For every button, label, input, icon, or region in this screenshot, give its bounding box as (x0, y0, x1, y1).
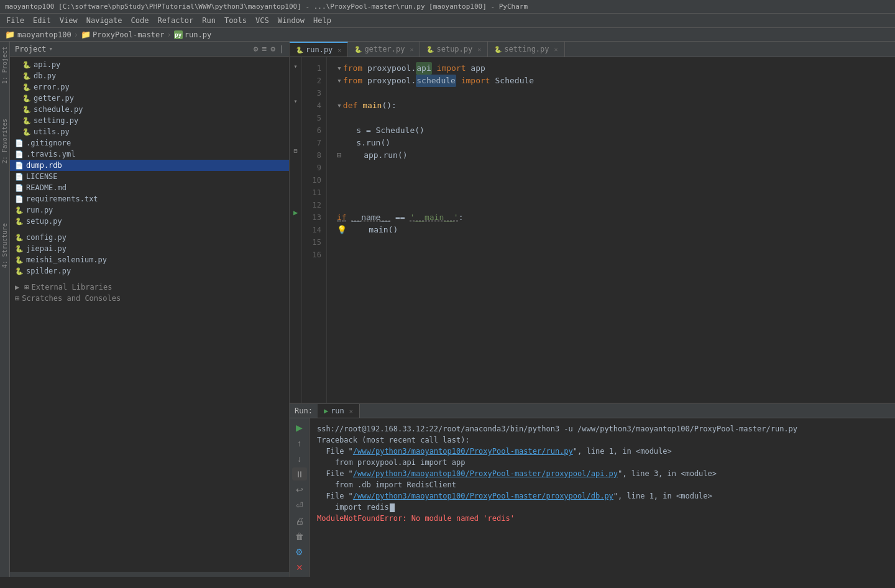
settings-icon[interactable]: ⚙ (270, 44, 275, 53)
tree-item-license[interactable]: 📄 LICENSE (10, 171, 289, 182)
menu-item-view[interactable]: View (56, 15, 81, 26)
ln-8: 8 (307, 149, 321, 162)
tab-setup-py[interactable]: 🐍 setup.py ✕ (420, 42, 488, 57)
run-link-2[interactable]: /www/python3/maoyantop100/ProxyPool-mast… (353, 469, 618, 478)
rerun-down-button[interactable]: ↓ (292, 452, 307, 465)
ln-6: 6 (307, 124, 321, 137)
tab-getter-close[interactable]: ✕ (410, 46, 413, 53)
run-button[interactable]: ▶ (292, 421, 307, 434)
fold-1[interactable]: ▾ (290, 57, 301, 70)
tree-item-jiepai[interactable]: 🐍 jiepai.py (10, 243, 289, 254)
menu-item-vcs[interactable]: VCS (252, 15, 273, 26)
file-label-jiepai: jiepai.py (26, 244, 67, 253)
sync-icon[interactable]: ⚙ (254, 44, 259, 53)
sidebar-tab-structure[interactable]: 4: Structure (0, 218, 9, 273)
ln-12: 12 (307, 199, 321, 211)
tab-setting-close[interactable]: ✕ (554, 46, 558, 53)
mod-proxypool-2: proxypool. (367, 75, 416, 87)
tree-item-meishi[interactable]: 🐍 meishi_selenium.py (10, 254, 289, 265)
menu-item-help[interactable]: Help (310, 15, 335, 26)
run-tab-run[interactable]: ▶ run ✕ (318, 404, 360, 418)
code-content[interactable]: ▾ from proxypool.api import app ▾ from p… (327, 57, 895, 403)
run-indicator-13[interactable]: ▶ (290, 206, 301, 219)
project-dropdown-icon[interactable]: ▾ (49, 45, 53, 53)
kw-if: if (337, 211, 347, 224)
code-line-4: ▾ def main (): (337, 99, 885, 112)
main-area: 1: Project 2: Favorites 4: Structure Pro… (0, 42, 895, 577)
code-space (362, 62, 367, 75)
code-line-14: 💡 main() (337, 224, 885, 236)
file-label-gitignore: .gitignore (26, 139, 71, 147)
close-run-button[interactable]: ✕ (292, 561, 307, 574)
tree-item-ext-libs[interactable]: ▶ ⊞ External Libraries (10, 282, 289, 293)
tab-run-close[interactable]: ✕ (337, 47, 341, 53)
wrap-button[interactable]: ⏎ (292, 498, 307, 512)
file-label-db: db.py (34, 71, 56, 80)
tree-item-run[interactable]: 🐍 run.py (10, 204, 289, 216)
file-label-meishi: meishi_selenium.py (26, 255, 107, 264)
tree-item-error[interactable]: 🐍 error.py (10, 81, 289, 93)
file-icon-jiepai: 🐍 (15, 245, 24, 253)
tree-item-travis[interactable]: 📄 .travis.yml (10, 149, 289, 160)
file-label-api: api.py (34, 60, 60, 69)
tabs-bar: 🐍 run.py ✕ 🐍 getter.py ✕ 🐍 setup.py ✕ 🐍 … (290, 42, 895, 57)
menu-item-code[interactable]: Code (127, 15, 153, 26)
tree-item-db[interactable]: 🐍 db.py (10, 70, 289, 81)
rerun-up-button[interactable]: ↑ (292, 436, 307, 449)
tree-item-schedule[interactable]: 🐍 schedule.py (10, 104, 289, 115)
tab-getter-py[interactable]: 🐍 getter.py ✕ (348, 42, 420, 57)
run-link-3[interactable]: /www/python3/maoyantop100/ProxyPool-mast… (353, 492, 613, 500)
menu-item-window[interactable]: Window (274, 15, 308, 26)
breadcrumb-project-label: maoyantop100 (17, 30, 71, 39)
clear-button[interactable]: 🗑 (292, 530, 307, 543)
file-icon-utils: 🐍 (22, 128, 31, 136)
tab-setup-label: setup.py (436, 45, 472, 53)
stop-button[interactable]: ⏸ (292, 467, 307, 480)
menu-item-edit[interactable]: Edit (29, 15, 55, 26)
file-icon-spilder: 🐍 (15, 267, 24, 275)
tab-setting-py[interactable]: 🐍 setting.py ✕ (488, 42, 564, 57)
tools-button[interactable]: ⚙ (292, 546, 307, 559)
file-label-extlibs: External Libraries (31, 283, 112, 292)
breadcrumb-folder[interactable]: 📁 ProxyPool-master (81, 30, 165, 39)
tree-item-setup[interactable]: 🐍 setup.py (10, 216, 289, 227)
hide-icon[interactable]: | (279, 44, 284, 53)
sidebar-tab-project[interactable]: 1: Project (0, 42, 9, 89)
tab-run-py[interactable]: 🐍 run.py ✕ (290, 42, 348, 57)
menu-item-refactor[interactable]: Refactor (154, 15, 197, 26)
menu-item-navigate[interactable]: Navigate (83, 15, 126, 26)
tree-item-setting[interactable]: 🐍 setting.py (10, 115, 289, 126)
tree-item-gitignore[interactable]: 📄 .gitignore (10, 137, 289, 149)
menu-item-run[interactable]: Run (198, 15, 219, 26)
tree-item-requirements[interactable]: 📄 requirements.txt (10, 193, 289, 204)
collapse-icon[interactable]: ≡ (262, 44, 267, 53)
run-link-1[interactable]: /www/python3/maoyantop100/ProxyPool-mast… (353, 447, 573, 456)
run-output[interactable]: ssh://root@192.168.33.12:22/root/anacond… (310, 418, 895, 577)
menu-item-file[interactable]: File (2, 15, 28, 26)
file-tree: 🐍 api.py 🐍 db.py 🐍 error.py 🐍 getter.py … (10, 57, 289, 572)
fold-icon-4: ▾ (337, 99, 342, 112)
breadcrumb-project[interactable]: maoyantop100 (17, 30, 71, 39)
tree-item-utils[interactable]: 🐍 utils.py (10, 126, 289, 137)
tree-item-api[interactable]: 🐍 api.py (10, 59, 289, 70)
tree-item-scratches[interactable]: ⊞ Scratches and Consoles (10, 293, 289, 304)
tree-item-config[interactable]: 🐍 config.py (10, 232, 289, 243)
sidebar-tab-favorites[interactable]: 2: Favorites (0, 114, 9, 168)
code-indent-14: main() (349, 224, 398, 236)
menu-item-tools[interactable]: Tools (221, 15, 250, 26)
tree-item-getter[interactable]: 🐍 getter.py (10, 93, 289, 104)
scroll-end-button[interactable]: ↩ (292, 483, 307, 496)
print-button[interactable]: 🖨 (292, 515, 307, 528)
tree-item-spilder[interactable]: 🐍 spilder.py (10, 265, 289, 277)
run-output-error: ModuleNotFoundError: No module named 're… (317, 513, 888, 524)
code-space8: == (390, 211, 410, 224)
fold-8[interactable]: ⊟ (290, 144, 301, 157)
project-scrollbar-h[interactable] (10, 572, 289, 577)
file-label-license: LICENSE (26, 172, 58, 181)
run-tab-close[interactable]: ✕ (349, 408, 353, 415)
tree-item-dump[interactable]: 📄 dump.rdb (10, 160, 289, 171)
tab-setup-close[interactable]: ✕ (477, 46, 481, 53)
breadcrumb-file[interactable]: py run.py (174, 30, 211, 39)
fold-4[interactable]: ▾ (290, 94, 301, 107)
tree-item-readme[interactable]: 📄 README.md (10, 182, 289, 193)
